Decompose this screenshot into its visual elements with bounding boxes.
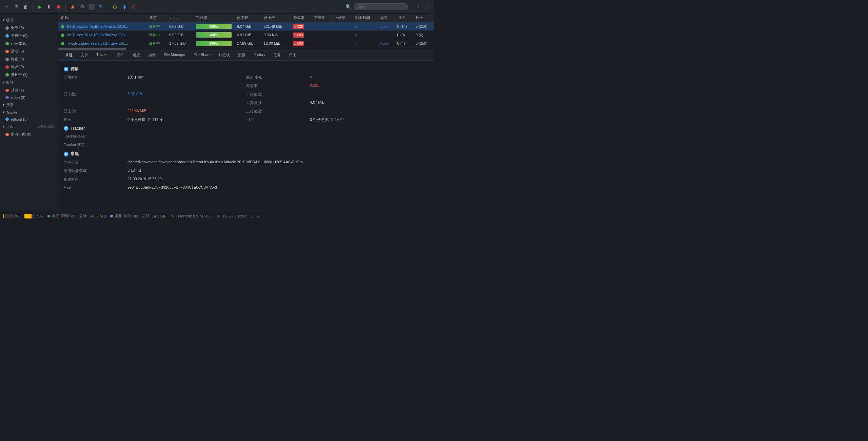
sidebar-item-error[interactable]: 错误 (0) [0, 63, 58, 71]
col-ratio[interactable]: 分享率 [290, 14, 311, 22]
tab-traffic[interactable]: 流量 [234, 50, 250, 60]
dot-error [5, 65, 9, 69]
col-seeds[interactable]: 种子 [413, 14, 434, 22]
tab-file-share[interactable]: File Share [190, 50, 215, 60]
sidebar-item-edu[interactable]: edu.cn (3) [0, 116, 58, 123]
sidebar-item-other[interactable]: 其他 (1) [0, 86, 58, 94]
hash-value: 9904D353E8F2D5FB92033FB7F804C1E8CC8A7AF3 [125, 184, 429, 190]
tab-blocks[interactable]: 块区块 [215, 50, 234, 60]
flask-icon[interactable]: ⚗ [12, 3, 20, 11]
tab-tracker[interactable]: Tracker [92, 50, 113, 60]
sidebar-subscribe-section[interactable]: ▾ 订阅 27分钟 52秒 [0, 123, 58, 130]
horizontal-scrollbar[interactable] [58, 48, 434, 50]
col-ul[interactable]: 上传量 [332, 14, 352, 22]
cell-size: 8.07 GiB [166, 22, 193, 31]
puzzle-icon[interactable]: ⧫ [120, 3, 129, 11]
elapsed-label: 已用时间: [64, 74, 125, 81]
tab-files[interactable]: 文件 [77, 50, 92, 60]
dl-speed-label: 下载速度: [246, 91, 307, 98]
settings-icon[interactable]: ⚙ [78, 3, 86, 11]
cell-ratio: 0.026 [290, 22, 311, 31]
tab-plugin[interactable]: 插件 [144, 50, 160, 60]
transfer-grid: 已用时间: 1天 1小时 剩余时间: ∞ 分享率: 0.026 已下载: 8.0… [64, 74, 429, 123]
cell-peers: 0 (14) [394, 22, 413, 31]
cell-ratio: 0.000 [290, 39, 311, 48]
cell-status: 做种中 [146, 31, 166, 39]
col-name[interactable]: 名称 [58, 14, 146, 22]
sidebar-status-section[interactable]: ▾ 状态 [0, 16, 58, 24]
dl-dot [47, 215, 50, 217]
col-tag[interactable]: 标签 [377, 14, 394, 22]
sidebar-item-stopped[interactable]: 停止 (3) [0, 55, 58, 63]
col-remaining[interactable]: 剩余时间 [352, 14, 377, 22]
created-value: 21.09.2019 15:58:29 [125, 176, 429, 183]
cell-size: 17.89 GiB [166, 39, 193, 48]
col-progress[interactable]: 完成率 [193, 14, 234, 22]
sidebar-item-edu-label: edu.cn (3) [11, 117, 28, 121]
stop-icon[interactable]: ⏹ [55, 3, 63, 11]
cell-uploaded: 0.00 KiB [261, 31, 291, 39]
trash-icon[interactable]: 🗑 [22, 3, 30, 11]
ip-value: IP: 116.77.73.250 [217, 214, 246, 218]
sidebar-subscribe-label: 订阅 [6, 124, 14, 129]
dot-active [5, 50, 9, 53]
sidebar-item-all-subscribe[interactable]: 所有订阅 (0) [0, 130, 58, 138]
app-version: rTorrent: 0.9.7/0.13.7 [178, 214, 213, 218]
cell-peers: 0 (0) [394, 31, 413, 39]
table-row[interactable]: It's.Bread.It's.Air.It's.a.Miracle.2019.… [58, 22, 434, 31]
tab-log[interactable]: 日志 [285, 50, 300, 60]
ul-speed-value [307, 108, 429, 115]
tracker-link-value [125, 133, 429, 140]
sidebar-item-completed[interactable]: 已完成 (0) [0, 40, 58, 47]
peers-value: 0 个已连接, 共 14 个 [307, 116, 429, 123]
cell-seeds: 0 (6) [413, 31, 434, 39]
rss-icon[interactable]: ◉ [68, 3, 77, 11]
tab-general[interactable]: 常规 [61, 50, 77, 60]
cell-seeds: 0 (216) [413, 22, 434, 31]
sidebar: ▾ 状态 全部 (3) 下载中 (0) 已完成 (0) 活动 (0) 停止 (3… [0, 14, 58, 211]
table-row[interactable]: Two.Hundred.Years.of.Surgery.201... 做种中 … [58, 39, 434, 48]
sidebar-search-section[interactable]: ▾ 搜索 [0, 101, 58, 109]
col-downloaded[interactable]: 已下载 [234, 14, 261, 22]
warning-status: ⚠ [171, 214, 174, 218]
general-section-label: 常规 [71, 151, 79, 157]
pause-icon[interactable]: ⏸ [45, 3, 53, 11]
cell-ul [332, 22, 352, 31]
space-value: 3.18 TiB [125, 167, 429, 174]
add-icon[interactable]: ＋ [3, 3, 11, 11]
tab-file-manager[interactable]: File Manager [160, 50, 190, 60]
sidebar-tags-section[interactable]: ▾ 标签 [0, 79, 58, 86]
tab-history[interactable]: History [250, 50, 269, 60]
col-size[interactable]: 大小 [166, 14, 193, 22]
share-ratio-value: 0.026 [307, 82, 429, 89]
scrollbar-thumb[interactable] [58, 48, 126, 50]
col-uploaded[interactable]: 已上传 [261, 14, 291, 22]
table-row[interactable]: Mr.Turner.2014.1080p.BluRay.DTS... 做种中 6… [58, 31, 434, 39]
dot-stopped [5, 58, 9, 61]
play-icon[interactable]: ▶ [36, 3, 44, 11]
loading-icon: ◌ [423, 3, 431, 11]
refresh-icon[interactable]: ↻ [97, 3, 105, 11]
sidebar-item-video[interactable]: video (2) [0, 94, 58, 101]
sidebar-item-downloading[interactable]: 下载中 (0) [0, 32, 58, 40]
tab-task[interactable]: 任务 [269, 50, 285, 60]
monitor-icon[interactable]: ⬛ [87, 3, 96, 11]
general-section-header: ⚙ 常规 [64, 151, 429, 157]
col-status[interactable]: 状态 [146, 14, 166, 22]
cell-progress: 100% [193, 39, 234, 48]
search-icon[interactable]: 🔍 [344, 3, 352, 11]
search-input[interactable] [354, 3, 408, 10]
package-icon[interactable]: ⬡ [111, 3, 119, 11]
sidebar-item-seeding[interactable]: 做种中 (3) [0, 71, 58, 79]
sidebar-tracker-section[interactable]: ▾ Tracker [0, 109, 58, 116]
arrow-icon[interactable]: → [414, 3, 422, 11]
cell-remaining: ∞ [352, 22, 377, 31]
sidebar-item-all[interactable]: 全部 (3) [0, 24, 58, 32]
tab-speed[interactable]: 速度 [129, 50, 144, 60]
created-label: 创建时间: [64, 176, 125, 183]
sidebar-item-active[interactable]: 活动 (0) [0, 47, 58, 55]
col-dl[interactable]: 下载量 [311, 14, 332, 22]
col-peers[interactable]: 用户 [394, 14, 413, 22]
lifesaver-icon[interactable]: ⊙ [130, 3, 138, 11]
tab-peers[interactable]: 用户 [113, 50, 129, 60]
